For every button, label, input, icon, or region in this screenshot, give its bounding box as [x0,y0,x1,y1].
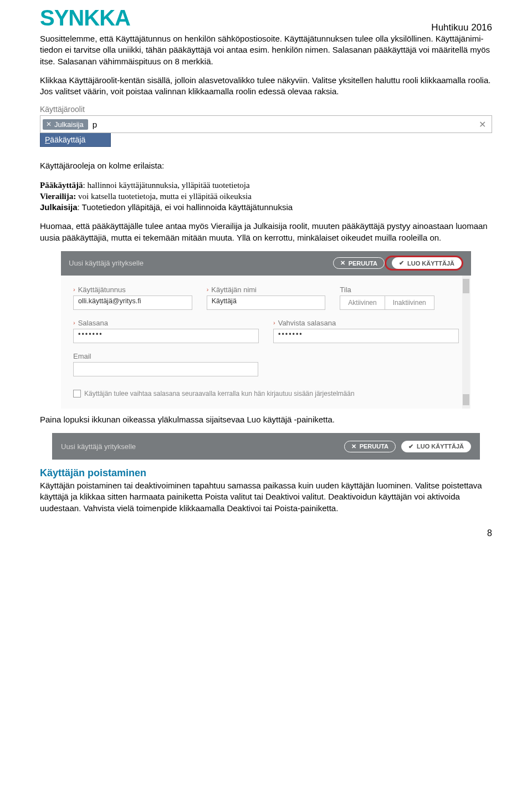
roles-field-label: Käyttäjäroolit [40,105,492,114]
close-icon: ✕ [351,443,356,450]
status-segmented[interactable]: Aktiivinen Inaktiivinen [340,295,459,310]
check-icon: ✔ [408,443,413,450]
chevron-icon: › [273,319,275,326]
roles-description: Pääkäyttäjä: hallinnoi käyttäjätunnuksia… [40,180,492,213]
roles-field-illustration: Käyttäjäroolit ✕ Julkaisija ✕ Pääkäyttäj… [40,105,492,147]
checkbox-label: Käyttäjän tulee vaihtaa salasana seuraav… [84,390,355,398]
cancel-button[interactable]: ✕PERUUTA [333,257,385,269]
option-underline-char: P [45,135,50,144]
paragraph-roles-note: Huomaa, että pääkäyttäjälle tulee antaa … [40,221,492,243]
input-password[interactable]: ••••••• [73,329,259,343]
label-username: ›Käyttäjätunnus [73,286,192,294]
paragraph-intro: Suosittelemme, että Käyttäjätunnus on he… [40,33,492,67]
input-displayname[interactable]: Käyttäjä [207,295,326,310]
highlight-ring: ✔LUO KÄYTTÄJÄ [385,256,463,271]
chip-label: Julkaisija [54,120,84,129]
create-user-banner-repeat: Uusi käyttäjä yritykselle ✕PERUUTA ✔LUO … [52,433,480,460]
document-date: Huhtikuu 2016 [431,22,492,33]
chevron-icon: › [73,319,75,326]
dropdown-option-paakayttaja[interactable]: Pääkäyttäjä [40,133,111,147]
role-chip-julkaisija[interactable]: ✕ Julkaisija [43,119,88,130]
clear-field-icon[interactable]: ✕ [475,119,489,130]
scrollbar[interactable] [462,276,470,409]
chevron-icon: › [73,286,75,293]
page-number: 8 [40,528,492,538]
paragraph-press-create: Paina lopuksi ikkunan oikeassa yläkulmas… [40,414,492,425]
input-email[interactable] [73,362,258,376]
synkka-logo: SYNKKA [40,7,154,30]
svg-text:SYNKKA: SYNKKA [40,7,130,30]
create-user-button[interactable]: ✔LUO KÄYTTÄJÄ [392,257,462,269]
section-heading-remove-user: Käyttäjän poistaminen [40,467,492,479]
form-title: Uusi käyttäjä yritykselle [69,259,328,267]
label-password: ›Salasana [73,319,259,327]
input-confirm-password[interactable]: ••••••• [273,329,459,343]
form-titlebar: Uusi käyttäjä yritykselle ✕PERUUTA ✔LUO … [61,251,471,276]
label-email: Email [73,352,258,360]
create-user-form-screenshot: Uusi käyttäjä yritykselle ✕PERUUTA ✔LUO … [61,251,471,409]
close-icon: ✕ [340,259,345,267]
roles-kinds-intro: Käyttäjärooleja on kolme erilaista: [40,160,492,171]
label-displayname: ›Käyttäjän nimi [207,286,326,294]
option-rest: ääkäyttäjä [50,135,85,144]
chevron-icon: › [207,286,209,293]
create-user-button[interactable]: ✔LUO KÄYTTÄJÄ [401,441,471,452]
remove-chip-icon[interactable]: ✕ [46,120,52,128]
input-username[interactable]: olli.käyttäjä@yritys.fi [73,295,192,310]
roles-text-input[interactable] [91,119,110,130]
label-confirm-password: ›Vahvista salasana [273,319,459,327]
check-icon: ✔ [399,259,404,267]
paragraph-roles-instruction: Klikkaa Käyttäjäroolit-kentän sisällä, j… [40,75,492,98]
status-active[interactable]: Aktiivinen [340,295,384,310]
paragraph-remove-user: Käyttäjän poistaminen tai deaktivoiminen… [40,480,492,514]
cancel-button[interactable]: ✕PERUUTA [344,441,396,452]
force-password-change-row[interactable]: Käyttäjän tulee vaihtaa salasana seuraav… [73,385,459,405]
roles-input-row[interactable]: ✕ Julkaisija ✕ [40,115,492,133]
checkbox-icon[interactable] [73,390,81,398]
banner-title: Uusi käyttäjä yritykselle [61,442,339,451]
label-status: Tila [340,286,459,294]
status-inactive[interactable]: Inaktiivinen [385,295,434,310]
